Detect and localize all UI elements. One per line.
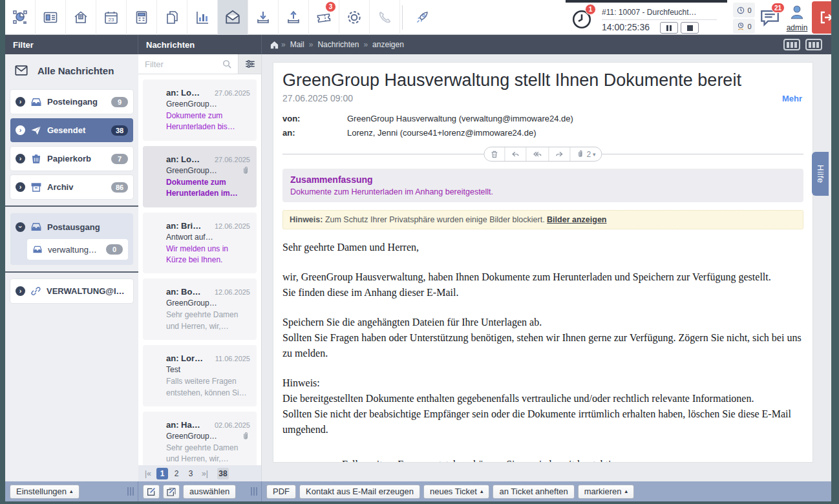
column-resize-grip[interactable] <box>127 487 134 496</box>
chevron-down-icon[interactable]: › <box>16 222 25 232</box>
folder-count-badge: 9 <box>111 97 128 107</box>
forward-button[interactable] <box>549 147 570 161</box>
home-icon[interactable] <box>270 40 279 50</box>
folder-label: Posteingang <box>47 97 106 107</box>
folder-verwaltung-account[interactable]: › VERWALTUNG@I… <box>10 279 133 303</box>
breadcrumb-mail[interactable]: Mail <box>290 40 304 49</box>
breadcrumb-separator: » <box>363 40 368 49</box>
reply-button[interactable] <box>505 147 526 161</box>
pdf-button[interactable]: PDF <box>266 485 296 499</box>
pagination-first[interactable]: |« <box>142 468 154 479</box>
chevron-right-icon[interactable]: › <box>16 154 25 163</box>
ticket-icon[interactable]: 3 <box>309 0 339 35</box>
folder-gesendet[interactable]: › Gesendet 38 <box>10 118 133 142</box>
folder-label: Papierkorb <box>47 154 106 163</box>
folder-papierkorb[interactable]: › Papierkorb 7 <box>10 147 133 171</box>
breadcrumb-nachrichten[interactable]: Nachrichten <box>317 40 359 49</box>
ticket-badge: 3 <box>325 1 336 12</box>
breadcrumb-separator: » <box>281 40 286 49</box>
settings-icon[interactable] <box>339 0 370 35</box>
folder-count-badge: 0 <box>106 244 123 255</box>
objects-icon[interactable] <box>66 0 96 35</box>
column-resize-grip[interactable] <box>251 487 257 496</box>
export-icon[interactable] <box>279 0 309 35</box>
pagination: |« 1 2 3 »| 38 <box>138 465 261 481</box>
pagination-page-2[interactable]: 2 <box>171 468 182 479</box>
dashboard-icon[interactable] <box>5 0 36 35</box>
breadcrumb: » Mail » Nachrichten » anzeigen <box>262 35 831 54</box>
create-contact-button[interactable]: Kontakt aus E-Mail erzeugen <box>299 485 420 499</box>
sliders-icon <box>244 58 256 70</box>
pagination-last[interactable]: »| <box>199 468 211 479</box>
forward-icon <box>555 150 564 158</box>
message-recipient: an: Lor… <box>166 353 203 363</box>
pagination-page-3[interactable]: 3 <box>185 468 196 479</box>
contacts-icon[interactable] <box>36 0 66 35</box>
message-recipient: an: Ha… <box>166 420 200 430</box>
message-item[interactable]: an: Bri…12.06.2025 Antwort auf… Wir meld… <box>143 213 257 274</box>
timer-stop-button[interactable] <box>681 22 699 34</box>
mail-body: Sehr geehrte Damen und Herren, wir, Gree… <box>282 240 803 463</box>
mark-dropdown-button[interactable]: markieren▴ <box>578 485 634 499</box>
notifications-button[interactable]: 21 <box>759 6 785 32</box>
rocket-icon[interactable] <box>407 0 437 35</box>
accounting-icon[interactable] <box>127 0 157 35</box>
more-link[interactable]: Mehr <box>782 94 802 103</box>
compose-stack-icon <box>166 487 176 497</box>
timer-badge: 1 <box>585 4 596 15</box>
timer-history-count: 0 <box>747 6 751 14</box>
message-item-selected[interactable]: an: Lo…27.06.2025 GreenGroup… Dokumente … <box>143 146 257 207</box>
compose-mail-button[interactable] <box>143 485 160 499</box>
search-icon[interactable] <box>222 59 233 70</box>
breadcrumb-anzeigen: anzeigen <box>372 40 404 49</box>
message-item[interactable]: an: Lo…27.06.2025 GreenGroup… Dokumente … <box>143 79 257 141</box>
documents-icon[interactable] <box>157 0 187 35</box>
attach-to-ticket-button[interactable]: an Ticket anheften <box>493 485 574 499</box>
folder-label: verwaltung… <box>48 245 101 255</box>
layout-toggle-left-icon[interactable] <box>783 39 800 50</box>
calendar-icon[interactable]: 23 <box>96 0 127 35</box>
new-ticket-dropdown-button[interactable]: neues Ticket▴ <box>423 485 490 499</box>
attachments-dropdown[interactable]: 2 ▾ <box>570 147 601 161</box>
chevron-right-icon[interactable]: › <box>16 97 25 107</box>
help-tab[interactable]: Hilfe <box>812 152 829 196</box>
folder-archiv[interactable]: › Archiv 86 <box>10 175 133 199</box>
delete-mail-button[interactable] <box>484 147 505 161</box>
folder-postausgang[interactable]: › Postausgang <box>13 216 131 238</box>
pagination-page-1[interactable]: 1 <box>156 468 168 479</box>
message-item[interactable]: an: Ha…02.06.2025 GreenGroup… Sehr geehr… <box>143 412 257 473</box>
message-item[interactable]: an: Lor…11.06.2025 Test Falls weitere Fr… <box>143 345 257 406</box>
folder-label: Gesendet <box>47 125 106 135</box>
chevron-right-icon[interactable]: › <box>16 182 25 192</box>
mail-icon[interactable] <box>218 0 248 35</box>
message-date: 27.06.2025 <box>215 89 250 97</box>
folder-verwaltung[interactable]: verwaltung… 0 <box>27 239 128 260</box>
caret-up-icon: ▴ <box>625 488 628 494</box>
show-images-link[interactable]: Bilder anzeigen <box>547 215 606 224</box>
reports-icon[interactable] <box>187 0 218 35</box>
all-messages-item[interactable]: Alle Nachrichten <box>5 54 138 85</box>
timer-user-counter[interactable]: 0 <box>733 19 755 34</box>
chevron-right-icon[interactable]: › <box>16 286 25 296</box>
reply-all-button[interactable] <box>526 147 549 161</box>
message-item[interactable]: an: Bo…12.06.2025 GreenGroup… Sehr geehr… <box>143 278 257 340</box>
settings-dropdown-button[interactable]: Einstellungen▴ <box>10 485 80 499</box>
folder-count-badge: 38 <box>111 125 128 136</box>
trash-icon <box>30 153 42 165</box>
notifications-badge: 21 <box>771 3 785 13</box>
phone-icon[interactable] <box>370 0 400 35</box>
timer-history-counter[interactable]: 0 <box>733 3 755 17</box>
user-menu[interactable]: admin <box>783 4 811 34</box>
layout-toggle-right-icon[interactable] <box>805 39 822 50</box>
timer-user-count: 0 <box>747 23 751 30</box>
import-icon[interactable] <box>248 0 279 35</box>
from-label: von: <box>282 114 347 123</box>
filter-settings-button[interactable] <box>238 54 261 74</box>
chevron-right-icon[interactable]: › <box>16 125 25 135</box>
folder-posteingang[interactable]: › Posteingang 9 <box>10 90 133 114</box>
timer-pause-button[interactable] <box>660 22 678 34</box>
timer-elapsed-time: 14:00:25:36 <box>602 22 650 32</box>
select-button[interactable]: auswählen <box>183 485 236 499</box>
compose-multiple-button[interactable] <box>163 485 180 499</box>
filter-sidebar: Alle Nachrichten › Posteingang 9 › Gesen… <box>5 54 138 481</box>
